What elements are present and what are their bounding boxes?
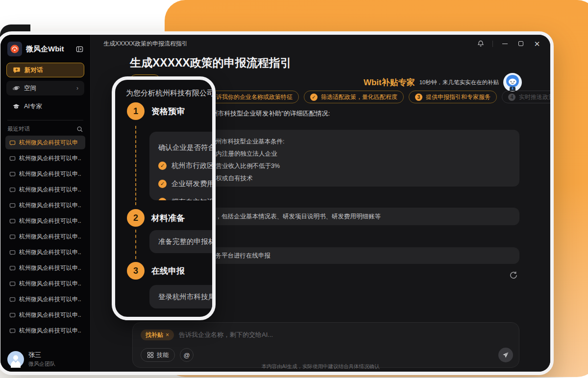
conversation-item[interactable]: 杭州微风企科技可以申... bbox=[5, 292, 85, 306]
conversation-item[interactable]: 杭州微风企科技可以申... bbox=[5, 151, 85, 165]
step-3-title: 在线申报 bbox=[151, 265, 185, 277]
chat-icon bbox=[9, 171, 16, 177]
app-name: 微风企Wbit bbox=[26, 45, 71, 54]
grid-icon bbox=[147, 352, 154, 358]
step-3-number-icon: 3 bbox=[415, 94, 422, 101]
titlebar-separator bbox=[492, 41, 493, 47]
conversation-title: 杭州微风企科技可以申... bbox=[19, 295, 81, 304]
find-subsidy-tag[interactable]: 找补贴 × bbox=[141, 330, 174, 340]
ai-expert-label: AI专家 bbox=[24, 102, 42, 111]
conversation-item[interactable]: 杭州微风企科技可以申... bbox=[5, 324, 85, 337]
expert-name: Wbit补贴专家 bbox=[364, 77, 415, 88]
user-profile[interactable]: 张三 微风企团队 bbox=[7, 351, 55, 368]
graduation-cap-icon bbox=[12, 102, 20, 110]
step-connector-dashed bbox=[135, 230, 136, 259]
chip-step-2[interactable]: ✓ 筛选适配政策，量化匹配程度 bbox=[304, 91, 404, 103]
conversation-list: 杭州微风企科技可以申 杭州微风企科技可以申... 杭州微风企科技可以申... 杭… bbox=[0, 136, 90, 337]
remove-tag-icon[interactable]: × bbox=[166, 331, 169, 338]
new-chat-label: 新对话 bbox=[24, 66, 43, 74]
skills-button[interactable]: 技能 bbox=[141, 348, 175, 362]
close-button[interactable]: ✕ bbox=[533, 39, 541, 48]
regenerate-icon[interactable] bbox=[509, 271, 518, 280]
conversation-title: 杭州微风企科技可以申 bbox=[19, 139, 78, 147]
conversation-item[interactable]: 杭州微风企科技可以申... bbox=[5, 183, 85, 196]
sidebar-item-ai-expert[interactable]: AI专家 bbox=[6, 99, 84, 114]
app-window: 微风企Wbit 新对话 空间 › AI专家 最近对话 杭州微风企科技 bbox=[0, 31, 554, 375]
phone-eligibility-item: 拥有自主知识产权或自有技术 bbox=[158, 193, 216, 200]
minimize-button[interactable] bbox=[500, 39, 509, 48]
composer-input[interactable]: 告诉我企业名称，剩下的交给AI... bbox=[179, 331, 273, 339]
step-2-circle: 2 bbox=[127, 209, 145, 227]
chip-label: 筛选适配政策，量化匹配程度 bbox=[321, 93, 397, 101]
conversation-title: 杭州微风企科技可以申... bbox=[19, 170, 81, 178]
conversation-item[interactable]: 杭州微风企科技可以申... bbox=[5, 308, 85, 322]
chip-label: 实时推送政策变更提醒 bbox=[519, 93, 550, 101]
conversation-item[interactable]: 杭州微风企科技可以申... bbox=[5, 277, 85, 290]
phone-intro-line: 为您分析杭州科技有限公司与“杭州市科技型企业研发补助”的详细匹配情况: bbox=[126, 89, 216, 98]
chat-icon bbox=[9, 281, 16, 287]
maximize-button[interactable] bbox=[516, 39, 525, 48]
bell-icon[interactable] bbox=[476, 39, 485, 48]
new-chat-icon bbox=[13, 66, 21, 74]
chip-step-4: 4 实时推送政策变更提醒 bbox=[502, 91, 550, 103]
ai-disclaimer: 本内容由AI生成，实际使用中建议结合具体情况确认 bbox=[91, 363, 550, 370]
chat-icon bbox=[9, 249, 16, 256]
chat-icon bbox=[9, 187, 16, 193]
conversation-item-active[interactable]: 杭州微风企科技可以申 bbox=[5, 136, 85, 149]
check-icon bbox=[158, 180, 167, 188]
mention-button[interactable]: @ bbox=[180, 348, 194, 362]
sidebar-item-space[interactable]: 空间 › bbox=[6, 81, 84, 95]
space-planet-icon bbox=[12, 84, 20, 92]
phone-online-apply-card: 登录杭州市科技局服务平台进行在线申报 bbox=[149, 285, 216, 308]
chat-icon bbox=[9, 265, 16, 271]
step-1-title: 资格预审 bbox=[151, 106, 185, 117]
chat-icon bbox=[9, 140, 16, 146]
chip-label: 提供申报指引和专家服务 bbox=[426, 93, 490, 101]
user-team: 微风企团队 bbox=[28, 360, 55, 368]
conversation-item[interactable]: 杭州微风企科技可以申... bbox=[5, 214, 85, 228]
phone-eligibility-title: 确认企业是否符合杭州市科技型企业基本条件: bbox=[158, 139, 216, 157]
chip-label: 告诉我你的企业名称或政策特征 bbox=[210, 93, 293, 101]
expert-tagline: 10秒钟，来几笔实实在在的补贴 bbox=[419, 79, 499, 86]
user-name: 张三 bbox=[28, 351, 55, 359]
phone-eligibility-item: 企业研发费用占营业收入比例不低于3% bbox=[158, 175, 216, 193]
new-chat-button[interactable]: 新对话 bbox=[6, 63, 84, 77]
conversation-item[interactable]: 杭州微风企科技可以申... bbox=[5, 245, 85, 259]
chat-icon bbox=[9, 312, 16, 318]
check-icon bbox=[158, 162, 167, 170]
capability-chips: ✓ 告诉我你的企业名称或政策特征 ✓ 筛选适配政策，量化匹配程度 3 提供申报指… bbox=[193, 91, 550, 103]
phone-zoom-overlay: 为您分析杭州科技有限公司与“杭州市科技型企业研发补助”的详细匹配情况: 1 资格… bbox=[112, 76, 216, 320]
send-button[interactable] bbox=[498, 348, 513, 362]
phone-eligibility-card: 确认企业是否符合杭州市科技型企业基本条件: 杭州市行政区域内注册的独立法人企业 … bbox=[149, 132, 216, 200]
space-label: 空间 bbox=[24, 84, 36, 93]
conversation-item[interactable]: 杭州微风企科技可以申... bbox=[5, 230, 85, 243]
chat-icon bbox=[9, 218, 16, 224]
step-connector-dashed bbox=[135, 126, 136, 205]
titlebar-title: 生成XXXXX政策的申报流程指引 bbox=[103, 40, 188, 48]
conversation-title: 杭州微风企科技可以申... bbox=[19, 217, 81, 225]
chevron-right-icon: › bbox=[76, 85, 78, 92]
conversation-title: 杭州微风企科技可以申... bbox=[19, 264, 81, 272]
chip-step-3[interactable]: 3 提供申报指引和专家服务 bbox=[409, 91, 497, 103]
phone-step-3: 3 在线申报 bbox=[127, 262, 185, 280]
chat-icon bbox=[9, 202, 16, 209]
phone-step-2: 2 材料准备 bbox=[127, 209, 185, 227]
conversation-item[interactable]: 杭州微风企科技可以申... bbox=[5, 167, 85, 181]
recent-chats-label: 最近对话 bbox=[7, 125, 30, 133]
user-avatar bbox=[7, 351, 24, 368]
conversation-item[interactable]: 杭州微风企科技可以申... bbox=[5, 261, 85, 275]
phone-step-1: 1 资格预审 bbox=[127, 102, 185, 120]
page-title: 生成XXXXX政策的申报流程指引 bbox=[130, 55, 292, 71]
collapse-sidebar-icon[interactable] bbox=[74, 44, 84, 54]
expert-header: Wbit补贴专家 10秒钟，来几笔实实在在的补贴 bbox=[364, 73, 522, 92]
titlebar: 生成XXXXX政策的申报流程指引 ✕ bbox=[91, 35, 550, 52]
search-icon[interactable] bbox=[76, 126, 83, 133]
sidebar-divider bbox=[7, 120, 83, 120]
conversation-title: 杭州微风企科技可以申... bbox=[19, 186, 81, 194]
composer[interactable]: 找补贴 × 告诉我企业名称，剩下的交给AI... 技能 @ bbox=[132, 322, 519, 368]
conversation-item[interactable]: 杭州微风企科技可以申... bbox=[5, 198, 85, 212]
send-plane-icon bbox=[502, 352, 509, 358]
conversation-title: 杭州微风企科技可以申... bbox=[19, 311, 81, 319]
check-icon: ✓ bbox=[310, 94, 318, 101]
chat-icon bbox=[9, 155, 16, 162]
